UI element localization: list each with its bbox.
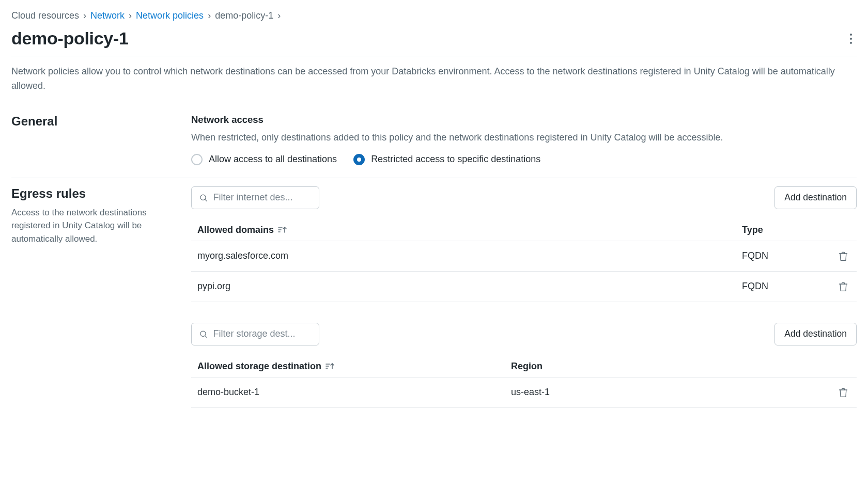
breadcrumb-cloud-resources[interactable]: Cloud resources — [11, 10, 79, 21]
title-row: demo-policy-1 — [11, 25, 857, 56]
filter-storage-wrap[interactable] — [191, 323, 319, 345]
header-type[interactable]: Type — [742, 225, 825, 235]
page-title: demo-policy-1 — [11, 28, 129, 49]
breadcrumb-current: demo-policy-1 — [215, 10, 273, 21]
storage-dest-cell: demo-bucket-1 — [197, 387, 511, 398]
filter-internet-wrap[interactable] — [191, 186, 319, 209]
radio-allow-all[interactable]: Allow access to all destinations — [191, 154, 337, 165]
breadcrumb-network-policies[interactable]: Network policies — [136, 10, 204, 21]
header-region[interactable]: Region — [511, 361, 825, 372]
breadcrumb: Cloud resources › Network › Network poli… — [11, 10, 857, 21]
more-actions-button[interactable] — [845, 29, 857, 49]
chevron-right-icon: › — [83, 10, 86, 21]
chevron-right-icon: › — [208, 10, 211, 21]
delete-row-button[interactable] — [836, 279, 850, 294]
table-row: pypi.org FQDN — [191, 272, 857, 302]
section-general: General Network access When restricted, … — [11, 106, 857, 178]
internet-destinations-block: Add destination Allowed domains — [191, 186, 857, 302]
add-storage-destination-button[interactable]: Add destination — [774, 323, 857, 345]
svg-point-1 — [850, 38, 852, 40]
storage-table-header: Allowed storage destination — [191, 356, 857, 378]
add-internet-destination-button[interactable]: Add destination — [774, 186, 857, 209]
radio-icon-selected — [353, 154, 365, 165]
internet-table: Allowed domains — [191, 219, 857, 302]
svg-line-4 — [205, 199, 207, 201]
svg-point-0 — [850, 34, 852, 36]
internet-table-header: Allowed domains — [191, 219, 857, 241]
network-access-description: When restricted, only destinations added… — [191, 131, 857, 145]
sort-icon[interactable] — [326, 362, 335, 370]
internet-toolbar: Add destination — [191, 186, 857, 209]
radio-restricted-label: Restricted access to specific destinatio… — [371, 154, 540, 165]
search-icon — [199, 193, 208, 203]
storage-table: Allowed storage destination — [191, 356, 857, 408]
radio-icon — [191, 154, 203, 165]
sort-icon[interactable] — [278, 226, 287, 234]
kebab-icon — [849, 33, 853, 44]
delete-row-button[interactable] — [836, 248, 850, 264]
domain-cell: pypi.org — [197, 281, 742, 292]
general-heading: General — [11, 114, 181, 129]
header-allowed-storage[interactable]: Allowed storage destination — [197, 361, 321, 372]
domain-cell: myorg.salesforce.com — [197, 250, 742, 261]
type-cell: FQDN — [742, 281, 825, 292]
chevron-right-icon: › — [129, 10, 132, 21]
svg-line-10 — [205, 336, 207, 337]
header-allowed-domains[interactable]: Allowed domains — [197, 225, 274, 235]
egress-subdesc: Access to the network destinations regis… — [11, 206, 181, 246]
page-description: Network policies allow you to control wh… — [11, 56, 857, 106]
trash-icon — [838, 281, 848, 292]
table-row: demo-bucket-1 us-east-1 — [191, 378, 857, 408]
filter-internet-input[interactable] — [213, 192, 312, 203]
type-cell: FQDN — [742, 250, 825, 261]
trash-icon — [838, 250, 848, 262]
egress-heading: Egress rules — [11, 186, 181, 201]
svg-point-2 — [850, 42, 852, 44]
trash-icon — [838, 387, 848, 398]
section-egress: Egress rules Access to the network desti… — [11, 178, 857, 441]
radio-allow-all-label: Allow access to all destinations — [209, 154, 337, 165]
network-access-radio-group: Allow access to all destinations Restric… — [191, 154, 857, 165]
chevron-right-icon: › — [277, 10, 281, 21]
network-access-heading: Network access — [191, 114, 857, 125]
delete-row-button[interactable] — [836, 385, 850, 400]
breadcrumb-network[interactable]: Network — [90, 10, 125, 21]
storage-toolbar: Add destination — [191, 323, 857, 345]
radio-restricted[interactable]: Restricted access to specific destinatio… — [353, 154, 540, 165]
storage-destinations-block: Add destination Allowed storage destinat… — [191, 323, 857, 408]
table-row: myorg.salesforce.com FQDN — [191, 241, 857, 272]
search-icon — [199, 329, 208, 339]
filter-storage-input[interactable] — [213, 328, 312, 339]
region-cell: us-east-1 — [511, 387, 825, 398]
